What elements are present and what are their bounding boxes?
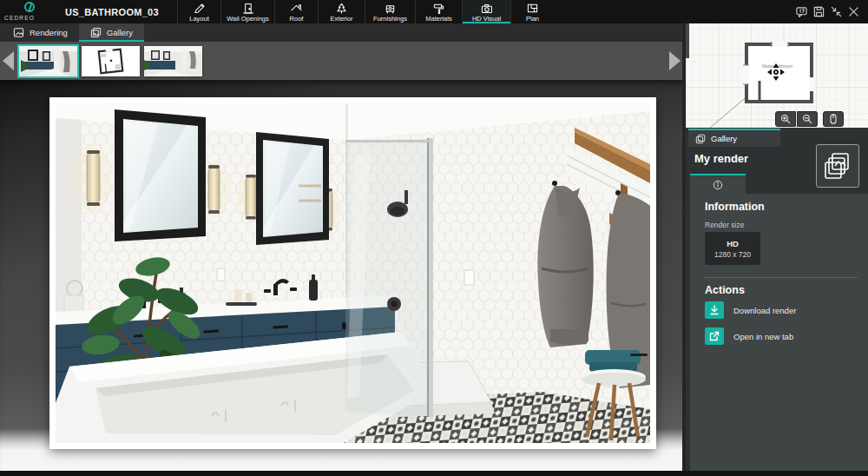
tool-furnishings[interactable]: Furnishings bbox=[365, 0, 415, 23]
save-icon[interactable] bbox=[813, 6, 825, 17]
render-gallery-button[interactable] bbox=[816, 144, 859, 188]
thumbnails-next-arrow[interactable] bbox=[669, 51, 681, 70]
tool-hd-visual[interactable]: HD Visual bbox=[462, 0, 510, 23]
blueprint-icon bbox=[527, 3, 538, 14]
collapse-icon[interactable] bbox=[831, 6, 842, 17]
tool-plan[interactable]: Plan bbox=[510, 0, 554, 23]
tool-label: Exterior bbox=[331, 15, 353, 23]
tool-label: Materials bbox=[425, 15, 451, 23]
tab-rendering[interactable]: Rendering bbox=[2, 23, 79, 42]
zoom-in-icon bbox=[780, 114, 791, 124]
panel-tab-label: Gallery bbox=[711, 134, 737, 143]
tool-label: Plan bbox=[526, 15, 539, 23]
actions-heading: Actions bbox=[705, 284, 745, 296]
gallery-icon bbox=[695, 134, 706, 144]
thumbnail-render-1-preview bbox=[19, 46, 77, 76]
project-title: US_BATHROOM_03 bbox=[47, 0, 177, 23]
minimap-zoom-out-button[interactable] bbox=[797, 111, 818, 127]
info-icon bbox=[713, 180, 723, 190]
render-size-value[interactable]: HD 1280 x 720 bbox=[705, 232, 760, 265]
tool-label: HD Visual bbox=[472, 15, 501, 23]
thumbnail-render-2[interactable] bbox=[144, 46, 202, 76]
tool-roof[interactable]: Roof bbox=[274, 0, 318, 23]
tool-materials[interactable]: Materials bbox=[415, 0, 462, 23]
cedreo-logo-icon bbox=[24, 2, 35, 12]
close-icon[interactable] bbox=[848, 6, 859, 17]
open-in-new-tab-label: Open in new tab bbox=[733, 332, 793, 341]
tree-icon bbox=[336, 3, 347, 14]
gallery-icon bbox=[90, 27, 102, 38]
pencil-icon bbox=[194, 3, 205, 14]
thumbnails-prev-arrow[interactable] bbox=[3, 51, 14, 70]
cedreo-logo-text: CEDREO bbox=[4, 15, 35, 21]
door-icon bbox=[242, 3, 253, 14]
view-tab-bar: Rendering Gallery bbox=[0, 23, 686, 42]
render-canvas bbox=[0, 80, 686, 476]
feedback-icon[interactable] bbox=[796, 6, 807, 17]
stacked-images-icon bbox=[824, 152, 852, 180]
thumbnail-render-1[interactable] bbox=[19, 46, 77, 76]
thumbnail-strip bbox=[0, 42, 686, 80]
bathroom-render-image bbox=[56, 103, 650, 443]
tool-layout[interactable]: Layout bbox=[177, 0, 220, 23]
tab-gallery[interactable]: Gallery bbox=[79, 23, 144, 42]
download-render-button[interactable]: Download render bbox=[705, 301, 796, 319]
top-bar: CEDREO US_BATHROOM_03 Layout Wall Openin… bbox=[0, 0, 868, 23]
tool-label: Furnishings bbox=[373, 15, 407, 23]
render-size-name: HD bbox=[727, 239, 739, 248]
panel-tab-information[interactable] bbox=[690, 174, 746, 194]
window-controls bbox=[796, 0, 868, 23]
section-divider bbox=[703, 277, 858, 278]
cedreo-logo[interactable]: CEDREO bbox=[0, 0, 47, 23]
camera-icon bbox=[481, 3, 492, 14]
render-image-frame bbox=[49, 97, 656, 449]
tool-label: Roof bbox=[290, 15, 304, 23]
tab-label: Gallery bbox=[107, 28, 133, 37]
panel-tab-gallery[interactable]: Gallery bbox=[688, 129, 780, 147]
image-icon bbox=[13, 27, 24, 38]
open-in-new-tab-icon bbox=[705, 327, 724, 345]
tool-label: Layout bbox=[189, 15, 209, 23]
minimap-zoom-in-button[interactable] bbox=[775, 111, 796, 127]
furniture-icon bbox=[385, 3, 396, 14]
side-panel: Gallery My render Information Render siz… bbox=[686, 128, 868, 476]
tool-label: Wall Openings bbox=[227, 15, 269, 23]
tab-label: Rendering bbox=[30, 28, 68, 37]
download-render-label: Download render bbox=[733, 306, 796, 315]
information-heading: Information bbox=[705, 201, 765, 213]
thumbnail-floor-plan[interactable] bbox=[82, 46, 140, 76]
panel-title: My render bbox=[694, 152, 748, 165]
render-size-dimensions: 1280 x 720 bbox=[714, 250, 751, 259]
minimap-pan-button[interactable] bbox=[823, 111, 844, 127]
information-section: Information Render size HD 1280 x 720 Ac… bbox=[690, 194, 868, 476]
zoom-out-icon bbox=[802, 114, 812, 124]
mouse-icon bbox=[828, 114, 838, 124]
paint-roller-icon bbox=[433, 3, 444, 14]
footer-bar bbox=[0, 471, 868, 476]
tool-exterior[interactable]: Exterior bbox=[318, 0, 365, 23]
download-icon bbox=[705, 301, 724, 319]
thumbnail-floor-plan-preview bbox=[82, 46, 140, 76]
thumbnail-render-2-preview bbox=[144, 46, 202, 76]
render-size-label: Render size bbox=[705, 221, 744, 229]
open-in-new-tab-button[interactable]: Open in new tab bbox=[705, 327, 793, 345]
tool-wall-openings[interactable]: Wall Openings bbox=[220, 0, 274, 23]
roof-icon bbox=[291, 3, 302, 14]
